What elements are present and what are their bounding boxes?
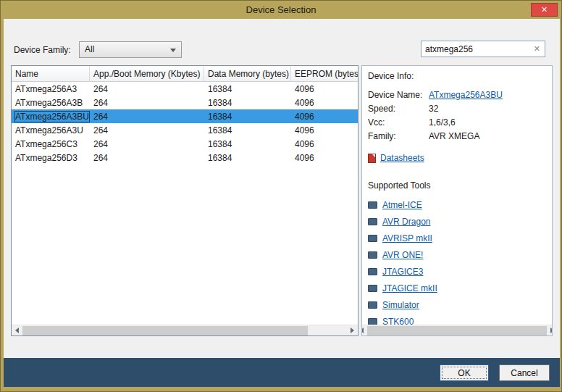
column-header-memory[interactable]: App./Boot Memory (Kbytes) (90, 66, 204, 81)
close-icon: ✕ (541, 6, 548, 14)
data-memory-cell: 16384 (204, 109, 291, 123)
tool-row: Simulator (368, 296, 546, 313)
tool-row: JTAGICE3 (368, 263, 546, 280)
speed-value: 32 (429, 104, 438, 114)
scroll-right-icon (550, 328, 553, 333)
device-family-label: Device Family: (14, 45, 71, 55)
pdf-icon (368, 154, 376, 163)
datasheets-row: Datasheets (368, 153, 546, 163)
family-label: Family: (368, 130, 429, 143)
device-family-dropdown[interactable]: All (79, 41, 182, 58)
table-horizontal-scrollbar[interactable] (12, 325, 358, 335)
data-memory-cell: 16384 (204, 123, 291, 137)
cancel-button[interactable]: Cancel (499, 364, 550, 381)
dialog-body: Device Family: All ✕ Name App./Boot Memo… (4, 19, 560, 359)
memory-cell: 264 (90, 151, 204, 164)
device-name-field: Device Name:ATxmega256A3BU (368, 88, 546, 102)
table-row-selected[interactable]: ATxmega256A3BU 264 16384 4096 (12, 109, 358, 123)
jtagice3-link[interactable]: JTAGICE3 (382, 267, 423, 277)
device-name-link[interactable]: ATxmega256A3BU (429, 90, 503, 100)
atmel-ice-icon (368, 201, 377, 209)
table-row[interactable]: ATxmega256D3 264 16384 4096 (12, 151, 358, 164)
device-name-cell: ATxmega256C3 (15, 139, 77, 149)
scroll-right-button[interactable] (547, 325, 553, 336)
datasheets-link[interactable]: Datasheets (380, 153, 424, 163)
family-field: Family:AVR XMEGA (368, 130, 546, 143)
jtagice-mkii-link[interactable]: JTAGICE mkII (382, 283, 437, 293)
avr-dragon-link[interactable]: AVR Dragon (382, 217, 430, 227)
scrollbar-track[interactable] (367, 325, 547, 336)
memory-cell: 264 (90, 82, 204, 96)
table-row[interactable]: ATxmega256A3B 264 16384 4096 (12, 96, 358, 109)
device-info-panel: Device Info: Device Name:ATxmega256A3BU … (361, 65, 553, 336)
device-name-cell: ATxmega256A3U (15, 125, 83, 135)
footer-bar: OK Cancel (4, 358, 560, 387)
avr-one-icon (368, 251, 377, 259)
speed-label: Speed: (368, 102, 429, 116)
scrollbar-track[interactable] (22, 325, 347, 336)
data-memory-cell: 16384 (204, 82, 291, 96)
table-row[interactable]: ATxmega256C3 264 16384 4096 (12, 137, 358, 151)
device-info-title: Device Info: (368, 71, 546, 81)
eeprom-cell: 4096 (291, 137, 358, 151)
tool-row: JTAGICE mkII (368, 280, 546, 296)
memory-cell: 264 (90, 109, 204, 123)
titlebar: Device Selection ✕ (1, 1, 561, 19)
simulator-link[interactable]: Simulator (382, 300, 419, 310)
ok-button[interactable]: OK (440, 364, 489, 381)
vcc-label: Vcc: (368, 116, 429, 130)
simulator-icon (368, 301, 377, 309)
panel-horizontal-scrollbar[interactable] (361, 325, 553, 335)
chevron-down-icon (170, 49, 176, 52)
eeprom-cell: 4096 (291, 151, 358, 164)
avrisp-mkii-link[interactable]: AVRISP mkII (382, 233, 432, 243)
data-memory-cell: 16384 (204, 96, 291, 109)
eeprom-cell: 4096 (291, 109, 358, 123)
scrollbar-thumb[interactable] (22, 326, 308, 335)
device-selection-dialog: Device Selection ✕ Device Family: All ✕ … (0, 0, 562, 392)
data-memory-cell: 16384 (204, 137, 291, 151)
search-box: ✕ (421, 41, 545, 57)
column-header-data[interactable]: Data Memory (bytes) (204, 66, 291, 81)
table-row[interactable]: ATxmega256A3 264 16384 4096 (12, 82, 358, 96)
device-name-label: Device Name: (368, 88, 429, 102)
scrollbar-thumb[interactable] (367, 326, 547, 335)
avr-dragon-icon (368, 218, 377, 225)
column-header-eeprom[interactable]: EEPROM (bytes) (291, 66, 358, 81)
scroll-left-icon (361, 328, 364, 333)
window-title: Device Selection (1, 4, 561, 15)
vcc-field: Vcc:1,6/3,6 (368, 116, 546, 130)
memory-cell: 264 (90, 96, 204, 109)
table-row[interactable]: ATxmega256A3U 264 16384 4096 (12, 123, 358, 137)
avrisp-mkii-icon (368, 235, 377, 242)
device-name-cell: ATxmega256A3 (15, 84, 77, 94)
device-name-cell: ATxmega256D3 (15, 153, 77, 163)
scroll-left-button[interactable] (12, 325, 22, 336)
jtagice-mkii-icon (368, 285, 377, 292)
search-input[interactable] (425, 43, 527, 55)
memory-cell: 264 (90, 137, 204, 151)
scroll-left-icon (15, 328, 19, 333)
atmel-ice-link[interactable]: Atmel-ICE (382, 200, 422, 210)
memory-cell: 264 (90, 123, 204, 137)
tool-row: AVR ONE! (368, 246, 546, 263)
avr-one-link[interactable]: AVR ONE! (382, 250, 423, 260)
supported-tools-title: Supported Tools (368, 180, 546, 191)
tool-row: AVR Dragon (368, 213, 546, 230)
eeprom-cell: 4096 (291, 82, 358, 96)
tool-row: AVRISP mkII (368, 230, 546, 246)
scroll-right-button[interactable] (347, 325, 358, 336)
device-name-cell: ATxmega256A3B (15, 98, 83, 108)
stk600-icon (368, 318, 377, 325)
column-header-name[interactable]: Name (12, 66, 90, 81)
family-value: AVR XMEGA (429, 131, 479, 141)
clear-search-icon[interactable]: ✕ (534, 44, 540, 54)
device-table: Name App./Boot Memory (Kbytes) Data Memo… (11, 65, 358, 336)
table-header: Name App./Boot Memory (Kbytes) Data Memo… (12, 66, 358, 82)
eeprom-cell: 4096 (291, 96, 358, 109)
close-button[interactable]: ✕ (531, 3, 558, 17)
device-family-value: All (85, 44, 94, 54)
device-name-cell: ATxmega256A3BU (15, 112, 89, 122)
scroll-left-button[interactable] (361, 325, 367, 336)
scroll-right-icon (351, 328, 354, 333)
